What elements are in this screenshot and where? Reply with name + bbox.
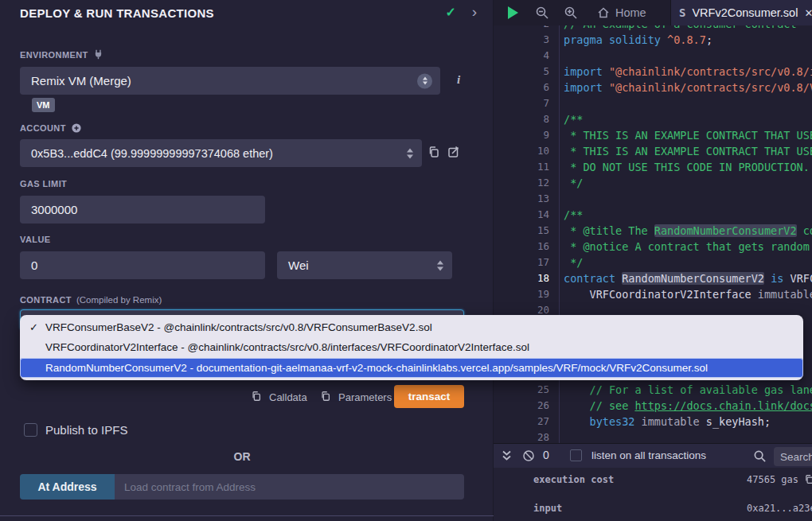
code-line[interactable]: import "@chainlink/contracts/src/v0.8/in… [564,64,812,80]
line-number: 14 [494,207,559,223]
line-number: 18 [494,270,559,286]
code-token [603,33,609,46]
value-unit-select[interactable]: Wei [277,251,452,279]
editor-gutter: 2345678910111213141516171819202122232425… [494,25,559,443]
line-number: 27 [494,414,559,430]
line-number: 7 [494,95,559,111]
code-token [764,272,771,285]
line-number: 8 [494,111,559,127]
code-token: solidity [609,33,661,46]
tab-home[interactable]: Home [588,0,656,25]
code-line[interactable]: /** [564,111,812,127]
code-line[interactable]: pragma solidity ^0.8.7; [564,32,812,48]
copy-calldata-icon[interactable] [251,391,262,402]
plus-circle-icon[interactable] [71,122,82,134]
parameters-label[interactable]: Parameters [338,391,392,403]
code-token: * DO NOT USE THIS CODE IN PRODUCTION. [564,161,810,173]
code-line[interactable]: VRFCoordinatorV2Interface immutable [564,286,812,302]
code-token: * THIS IS AN EXAMPLE CONTRACT THAT USES [564,145,812,157]
search-icon [753,449,767,463]
contract-option-label: VRFCoordinatorV2Interface - @chainlink/c… [45,341,529,353]
clear-console-icon[interactable] [522,449,535,462]
chevron-right-icon[interactable]: › [472,3,477,21]
run-script-icon[interactable] [508,6,518,19]
code-line[interactable]: contract RandomNumberConsumerV2 is VRFCo… [564,270,812,286]
code-line[interactable] [564,48,812,64]
gas-limit-value: 3000000 [31,203,77,216]
line-number: 10 [494,143,559,159]
code-token: ; [706,33,712,46]
select-caret-icon [437,260,443,270]
terminal-output[interactable]: execution cost47565 gasinput0xa21...a23e… [494,468,812,521]
collapse-terminal-icon[interactable] [501,449,513,462]
code-line[interactable]: * THIS IS AN EXAMPLE CONTRACT THAT USES [564,143,812,159]
code-token: immutable [751,288,812,301]
at-address-input[interactable] [115,474,464,500]
code-line[interactable]: */ [564,175,812,191]
terminal-row-label: input [533,503,562,514]
or-label: OR [0,450,484,463]
code-line[interactable]: * DO NOT USE THIS CODE IN PRODUCTION. [564,159,812,175]
code-token: import [564,65,603,78]
code-token: is [771,272,783,285]
close-tab-icon[interactable]: ✕ [804,7,812,19]
editor-pane: Home S VRFv2Consumer.sol ✕ 2345678910111… [494,0,812,521]
copy-parameters-icon[interactable] [320,391,331,402]
calldata-label[interactable]: Calldata [269,391,307,403]
check-icon: ✓ [29,317,38,337]
code-line[interactable]: // An example of a consumer contract [564,25,812,32]
line-number: 28 [494,430,559,443]
code-editor[interactable]: 2345678910111213141516171819202122232425… [494,25,812,443]
edit-account-icon[interactable] [447,146,460,158]
publish-ipfs-checkbox[interactable] [24,423,37,437]
code-token: RandomNumberConsumerV2 [622,272,764,285]
line-number: 16 [494,239,559,255]
code-line[interactable]: * THIS IS AN EXAMPLE CONTRACT THAT USES [564,127,812,143]
code-line[interactable] [564,191,812,207]
copy-value-icon[interactable] [804,474,812,484]
code-line[interactable]: /** [564,207,812,223]
contract-option[interactable]: RandomNumberConsumerV2 - documentation-g… [20,358,803,378]
copy-account-icon[interactable] [427,146,440,158]
solidity-file-icon: S [679,6,685,19]
contract-dropdown: ✓VRFConsumerBaseV2 - @chainlink/contract… [20,315,803,380]
code-token: import [564,81,603,94]
code-line[interactable] [564,95,812,111]
terminal-row-label: execution cost [533,474,614,485]
code-line[interactable]: import "@chainlink/contracts/src/v0.8/VR… [564,80,812,95]
gas-limit-input[interactable]: 3000000 [20,196,265,224]
at-address-button[interactable]: At Address [20,474,115,500]
code-line[interactable]: // see https://docs.chain.link/docs/ [564,398,812,414]
code-token: VRFConsumerBaseV2 [783,272,812,285]
account-select[interactable]: 0x5B3...eddC4 (99.99999999997374068 ethe… [20,139,422,167]
panel-header: DEPLOY & RUN TRANSACTIONS ✓ › [0,0,493,27]
listen-all-checkbox[interactable] [570,449,582,461]
code-token: bytes32 [564,415,634,428]
code-token: contract [797,224,812,237]
gas-limit-label: GAS LIMIT [20,179,67,189]
code-line[interactable]: * @notice A contract that gets random va… [564,239,812,255]
tab-active-file[interactable]: S VRFv2Consumer.sol ✕ [670,0,812,25]
code-line[interactable]: * @title The RandomNumberConsumerV2 cont… [564,223,812,239]
environment-select[interactable]: Remix VM (Merge) [20,67,440,95]
deploy-run-panel: DEPLOY & RUN TRANSACTIONS ✓ › ENVIRONMEN… [0,0,494,521]
code-token: https://docs.chain.link/docs/ [634,399,812,412]
code-line[interactable]: */ [564,255,812,270]
contract-option[interactable]: ✓VRFConsumerBaseV2 - @chainlink/contract… [20,317,803,337]
transact-button[interactable]: transact [394,385,464,408]
contract-option[interactable]: VRFCoordinatorV2Interface - @chainlink/c… [20,337,803,357]
code-line[interactable] [564,430,812,443]
listen-all-label: listen on all transactions [591,449,706,461]
zoom-in-icon[interactable] [564,6,578,20]
vm-badge: VM [32,98,55,112]
info-icon[interactable]: i [457,73,460,87]
terminal-row: input0xa21...a23e4 [494,503,812,515]
code-token: */ [564,256,583,269]
zoom-out-icon[interactable] [535,6,549,20]
terminal-search-input[interactable] [774,447,812,466]
line-number: 12 [494,175,559,191]
contract-option-label: VRFConsumerBaseV2 - @chainlink/contracts… [45,321,432,333]
code-line[interactable]: // For a list of available gas lanes on [564,382,812,398]
code-line[interactable]: bytes32 immutable s_keyHash; [564,414,812,430]
value-input[interactable]: 0 [20,251,265,279]
